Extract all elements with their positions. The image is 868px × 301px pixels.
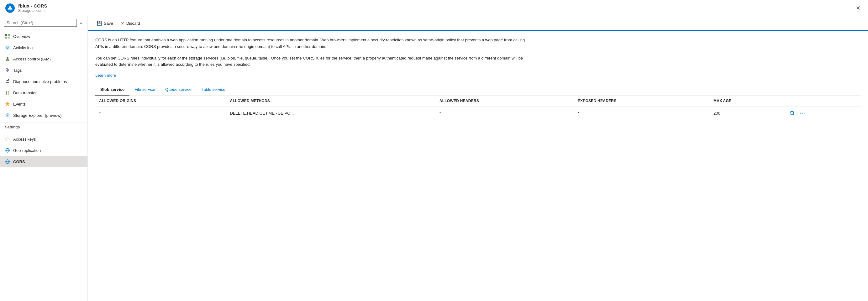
save-button[interactable]: 💾 Save xyxy=(93,19,117,28)
sidebar-item-label-geo-replication: Geo-replication xyxy=(13,148,41,153)
toolbar: 💾 Save ✕ Discard xyxy=(88,16,868,31)
app-subtitle: Storage account xyxy=(18,8,47,13)
delete-icon xyxy=(789,110,795,115)
storage-explorer-icon xyxy=(5,113,10,118)
description-block: CORS is an HTTP feature that enables a w… xyxy=(95,37,534,68)
data-transfer-icon xyxy=(5,90,10,95)
access-keys-icon xyxy=(5,137,10,141)
title-info: fblux - CORS Storage account xyxy=(18,3,47,13)
sidebar-item-geo-replication[interactable]: Geo-replication xyxy=(0,145,88,156)
table-header: ALLOWED ORIGINS ALLOWED METHODS ALLOWED … xyxy=(95,96,861,106)
save-icon: 💾 xyxy=(97,21,102,26)
save-label: Save xyxy=(104,21,113,26)
geo-replication-icon xyxy=(5,148,10,153)
search-input[interactable] xyxy=(4,19,77,27)
sidebar-item-events[interactable]: Events xyxy=(0,98,88,110)
sidebar-item-label-tags: Tags xyxy=(13,68,22,73)
sidebar-item-label-events: Events xyxy=(13,102,26,106)
cell-max-age: 200 xyxy=(710,106,784,120)
sidebar-item-label-overview: Overview xyxy=(13,34,30,39)
discard-icon: ✕ xyxy=(121,21,124,26)
sidebar-item-label-data-transfer: Data transfer xyxy=(13,91,37,95)
access-control-icon xyxy=(5,56,10,61)
sidebar-search-container: « xyxy=(0,16,88,29)
sidebar-item-cors[interactable]: CORS xyxy=(0,156,88,167)
main-layout: « Overview Activity log xyxy=(0,16,868,301)
sidebar-item-storage-explorer[interactable]: Storage Explorer (preview) xyxy=(0,110,88,121)
cell-allowed-headers: * xyxy=(436,106,574,120)
tab-blob-service[interactable]: Blob service xyxy=(95,84,129,96)
svg-rect-3 xyxy=(5,37,7,38)
tags-icon xyxy=(5,68,10,73)
svg-rect-1 xyxy=(5,34,7,36)
sidebar-item-label-cors: CORS xyxy=(13,160,25,164)
cell-allowed-methods: DELETE,HEAD,GET,MERGE,PO... xyxy=(226,106,436,120)
sidebar-item-label-diagnose: Diagnose and solve problems xyxy=(13,79,67,84)
row-actions: ••• xyxy=(788,110,857,117)
sidebar-item-data-transfer[interactable]: Data transfer xyxy=(0,87,88,98)
sidebar-item-access-control[interactable]: Access control (IAM) xyxy=(0,53,88,65)
cors-table-container: ALLOWED ORIGINS ALLOWED METHODS ALLOWED … xyxy=(95,96,861,120)
svg-rect-9 xyxy=(6,91,7,95)
sidebar-item-label-access-control: Access control (IAM) xyxy=(13,57,51,61)
sidebar-item-overview[interactable]: Overview xyxy=(0,31,88,42)
col-header-actions xyxy=(785,96,861,106)
svg-point-7 xyxy=(6,69,7,70)
col-header-allowed-methods: ALLOWED METHODS xyxy=(226,96,436,106)
diagnose-icon xyxy=(5,79,10,84)
tab-queue-service[interactable]: Queue service xyxy=(160,84,196,96)
events-icon xyxy=(5,101,10,106)
close-button[interactable]: ✕ xyxy=(853,3,863,13)
sidebar-nav: Overview Activity log Access control (IA… xyxy=(0,29,88,301)
sidebar-item-label-access-keys: Access keys xyxy=(13,137,36,141)
discard-label: Discard xyxy=(126,21,140,26)
table-header-row: ALLOWED ORIGINS ALLOWED METHODS ALLOWED … xyxy=(95,96,861,106)
app-title: fblux - CORS xyxy=(18,3,47,8)
sidebar: « Overview Activity log xyxy=(0,16,88,301)
description-paragraph-2: You can set CORS rules individually for … xyxy=(95,55,534,68)
main-content: 💾 Save ✕ Discard CORS is an HTTP feature… xyxy=(88,16,868,301)
sidebar-item-access-keys[interactable]: Access keys xyxy=(0,133,88,145)
svg-rect-2 xyxy=(8,34,10,36)
svg-point-6 xyxy=(7,57,8,59)
table-row: * DELETE,HEAD,GET,MERGE,PO... * * 200 xyxy=(95,106,861,120)
settings-section-header: Settings xyxy=(0,122,88,131)
collapse-button[interactable]: « xyxy=(79,20,84,26)
sidebar-item-label-storage-explorer: Storage Explorer (preview) xyxy=(13,113,62,118)
settings-divider xyxy=(5,132,83,132)
discard-button[interactable]: ✕ Discard xyxy=(117,19,144,28)
svg-point-13 xyxy=(7,115,8,116)
sidebar-item-activity-log[interactable]: Activity log xyxy=(0,42,88,53)
activity-log-icon xyxy=(5,45,10,50)
table-body: * DELETE,HEAD,GET,MERGE,PO... * * 200 xyxy=(95,106,861,120)
col-header-exposed-headers: EXPOSED HEADERS xyxy=(574,96,710,106)
cell-exposed-headers: * xyxy=(574,106,710,120)
content-body: CORS is an HTTP feature that enables a w… xyxy=(88,31,868,301)
svg-rect-4 xyxy=(8,37,10,38)
tab-table-service[interactable]: Table service xyxy=(196,84,230,96)
sidebar-item-label-activity-log: Activity log xyxy=(13,45,33,50)
delete-row-button[interactable] xyxy=(788,110,796,117)
cell-actions: ••• xyxy=(785,106,861,120)
svg-marker-11 xyxy=(5,102,10,106)
description-paragraph-1: CORS is an HTTP feature that enables a w… xyxy=(95,37,534,50)
cors-table: ALLOWED ORIGINS ALLOWED METHODS ALLOWED … xyxy=(95,96,861,120)
title-bar: fblux - CORS Storage account ✕ xyxy=(0,0,868,16)
cell-allowed-origins: * xyxy=(95,106,226,120)
col-header-max-age: MAX AGE xyxy=(710,96,784,106)
sidebar-item-diagnose[interactable]: Diagnose and solve problems xyxy=(0,76,88,87)
svg-rect-5 xyxy=(6,46,9,49)
col-header-allowed-headers: ALLOWED HEADERS xyxy=(436,96,574,106)
app-logo xyxy=(5,3,15,13)
tab-file-service[interactable]: File service xyxy=(129,84,160,96)
more-options-button[interactable]: ••• xyxy=(798,110,807,116)
cors-icon xyxy=(5,159,10,164)
svg-point-14 xyxy=(6,138,8,140)
learn-more-link[interactable]: Learn more xyxy=(95,73,116,78)
svg-rect-10 xyxy=(8,91,9,95)
col-header-allowed-origins: ALLOWED ORIGINS xyxy=(95,96,226,106)
service-tabs: Blob service File service Queue service … xyxy=(95,84,861,96)
overview-icon xyxy=(5,34,10,39)
sidebar-item-tags[interactable]: Tags xyxy=(0,65,88,76)
title-bar-left: fblux - CORS Storage account xyxy=(5,3,47,13)
